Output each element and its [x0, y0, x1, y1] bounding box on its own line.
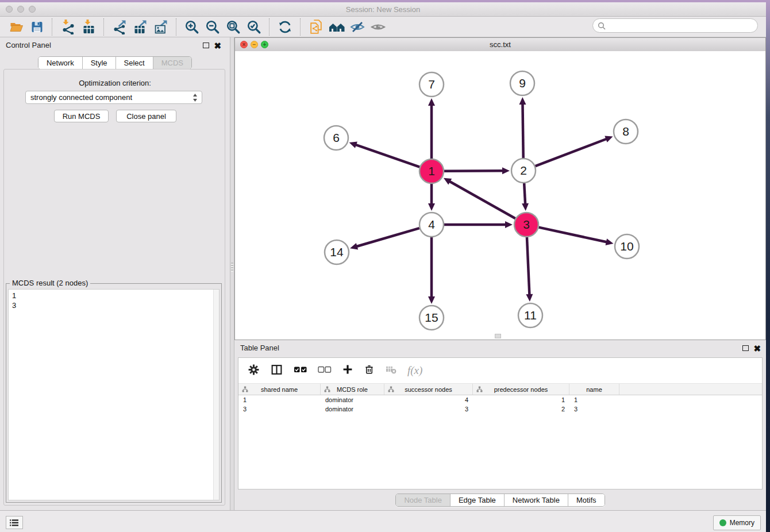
- toolbar-separator: [103, 18, 105, 36]
- graph-edge-3-10[interactable]: [538, 228, 607, 242]
- application-window: Session: New Session: [0, 0, 770, 532]
- network-graph[interactable]: 7968124314101511: [235, 51, 765, 340]
- home-icon[interactable]: [326, 18, 347, 36]
- graph-edge-2-9[interactable]: [522, 103, 523, 158]
- table-cell[interactable]: 1: [569, 395, 619, 404]
- graph-edge-arrowhead: [605, 136, 613, 142]
- hide-selected-icon[interactable]: [347, 18, 368, 36]
- import-network-icon[interactable]: [57, 18, 78, 36]
- graph-edge-arrowhead: [606, 238, 614, 245]
- zoom-in-icon[interactable]: [182, 18, 202, 36]
- zoom-out-icon[interactable]: [202, 18, 223, 36]
- close-panel-icon[interactable]: ✖: [214, 43, 221, 49]
- split-view-icon[interactable]: [270, 364, 283, 378]
- float-panel-icon[interactable]: [203, 43, 209, 48]
- table-row[interactable]: 3dominator323: [238, 404, 762, 414]
- table-cell[interactable]: 3: [569, 404, 619, 414]
- graph-edge-2-3[interactable]: [524, 183, 525, 205]
- select-all-checkboxes-icon[interactable]: [294, 365, 307, 376]
- table-cell[interactable]: 2: [473, 404, 569, 414]
- column-header-predecessor-nodes[interactable]: predecessor nodes: [473, 384, 569, 395]
- refresh-view-icon[interactable]: [275, 18, 295, 36]
- table-cell[interactable]: 4: [384, 395, 473, 404]
- settings-gear-icon[interactable]: [248, 364, 260, 378]
- memory-button[interactable]: Memory: [713, 515, 761, 530]
- toolbar-separator: [269, 18, 270, 36]
- graph-node-label-14: 14: [330, 245, 344, 259]
- close-panel-button[interactable]: Close panel: [116, 110, 176, 122]
- graph-edge-1-2[interactable]: [444, 171, 503, 171]
- graph-node-label-2: 2: [520, 164, 527, 177]
- function-builder-icon[interactable]: f(x): [407, 364, 422, 377]
- graph-edge-1-6[interactable]: [355, 145, 419, 167]
- tab-style[interactable]: Style: [82, 57, 116, 69]
- table-cell[interactable]: 1: [238, 395, 321, 404]
- mcds-result-text[interactable]: 1 3: [8, 289, 220, 500]
- zoom-selected-icon[interactable]: [244, 18, 264, 36]
- table-panel: Table Panel ✖ f(x) shared nameMCDS roles…: [234, 340, 766, 510]
- table-toolbar: f(x): [238, 358, 762, 383]
- graph-edge-4-14[interactable]: [356, 228, 419, 246]
- float-table-panel-icon[interactable]: [742, 345, 749, 351]
- zoom-fit-icon[interactable]: [223, 18, 244, 36]
- graph-node-label-8: 8: [622, 125, 629, 138]
- tab-network[interactable]: Network: [38, 57, 82, 69]
- toolbar-separator: [52, 18, 53, 36]
- save-session-icon[interactable]: [26, 18, 47, 36]
- network-window-titlebar[interactable]: × − + scc.txt: [235, 38, 765, 52]
- control-panel-title: Control Panel: [6, 41, 51, 49]
- search-input[interactable]: [609, 21, 757, 30]
- import-table-icon[interactable]: [78, 18, 99, 36]
- search-field[interactable]: [592, 18, 758, 33]
- graph-edge-2-8[interactable]: [536, 138, 607, 166]
- open-session-icon[interactable]: [6, 18, 26, 36]
- tab-network-table[interactable]: Network Table: [504, 494, 568, 506]
- column-header-shared-name[interactable]: shared name: [238, 384, 321, 395]
- network-resize-grip[interactable]: [495, 334, 501, 338]
- new-network-from-selection-icon[interactable]: [306, 18, 326, 36]
- table-cell[interactable]: dominator: [321, 404, 384, 414]
- table-cell[interactable]: 3: [238, 404, 321, 414]
- delete-table-icon[interactable]: [385, 364, 397, 377]
- task-history-button[interactable]: [6, 516, 23, 529]
- column-header-MCDS-role[interactable]: MCDS role: [321, 384, 384, 395]
- graph-edge-3-1[interactable]: [449, 181, 515, 218]
- result-scrollbar[interactable]: [213, 290, 219, 500]
- status-bar: Memory: [0, 510, 766, 532]
- table-row[interactable]: 1dominator411: [238, 395, 762, 404]
- export-image-icon[interactable]: [151, 18, 171, 36]
- graph-edge-arrowhead: [428, 98, 435, 106]
- graph-node-label-4: 4: [428, 218, 435, 231]
- show-all-icon[interactable]: [368, 18, 388, 36]
- close-table-panel-icon[interactable]: ✖: [753, 346, 761, 352]
- deselect-all-checkboxes-icon[interactable]: [318, 365, 332, 376]
- tab-node-table[interactable]: Node Table: [396, 494, 450, 506]
- run-mcds-button[interactable]: Run MCDS: [54, 110, 109, 122]
- column-header-name[interactable]: name: [569, 384, 619, 395]
- tab-mcds[interactable]: MCDS: [153, 57, 191, 69]
- tab-motifs[interactable]: Motifs: [568, 494, 605, 506]
- table-header-row: shared nameMCDS rolesuccessor nodesprede…: [238, 383, 762, 395]
- control-panel: Control Panel ✖ NetworkStyleSelectMCDS O…: [0, 37, 230, 510]
- network-canvas[interactable]: 7968124314101511: [235, 51, 765, 340]
- window-title: Session: New Session: [0, 5, 766, 14]
- graph-edge-arrowhead: [505, 221, 513, 228]
- splitter-grip[interactable]: [231, 263, 233, 272]
- column-header-successor-nodes[interactable]: successor nodes: [384, 384, 473, 395]
- delete-columns-icon[interactable]: [364, 364, 375, 377]
- criterion-select[interactable]: strongly connected component: [25, 91, 202, 104]
- export-table-icon[interactable]: [130, 18, 151, 36]
- graph-node-label-10: 10: [620, 240, 633, 253]
- panel-splitter[interactable]: [230, 37, 234, 510]
- toolbar-separator: [176, 18, 177, 36]
- window-titlebar: Session: New Session: [0, 2, 766, 17]
- export-network-icon[interactable]: [109, 18, 130, 36]
- graph-edge-3-11[interactable]: [527, 237, 529, 295]
- tab-edge-table[interactable]: Edge Table: [450, 494, 504, 506]
- table-cell[interactable]: dominator: [321, 395, 384, 404]
- table-cell[interactable]: 1: [473, 395, 569, 404]
- add-column-icon[interactable]: [342, 364, 353, 377]
- table-panel-title: Table Panel: [240, 344, 279, 352]
- table-cell[interactable]: 3: [384, 404, 473, 414]
- tab-select[interactable]: Select: [116, 57, 153, 69]
